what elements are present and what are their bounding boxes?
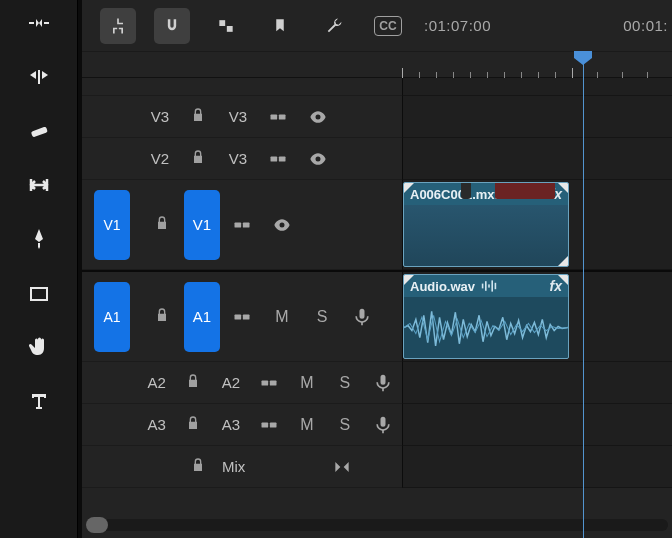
master-meter-icon[interactable] [322, 457, 362, 477]
audio-waveform [404, 297, 568, 358]
lock-icon[interactable] [178, 457, 218, 477]
rectangle-tool-icon[interactable] [24, 278, 54, 308]
voiceover-mic-icon[interactable] [364, 373, 402, 393]
svg-rect-12 [482, 284, 484, 289]
solo-toggle[interactable]: S [326, 416, 364, 434]
svg-rect-15 [491, 280, 493, 291]
timeline-toolbar: CC :01:07:00 00:01: [82, 0, 672, 52]
track-label[interactable]: A3 [140, 404, 174, 445]
clip-in-handle[interactable] [404, 275, 414, 285]
track-target[interactable]: A3 [213, 416, 249, 433]
timeline-footer [82, 512, 672, 538]
track-target[interactable]: V3 [220, 150, 256, 167]
source-patch-v1[interactable]: V1 [94, 190, 130, 260]
svg-rect-13 [485, 281, 487, 291]
lock-icon[interactable] [174, 373, 212, 393]
track-select-tool-icon[interactable] [24, 170, 54, 200]
lock-icon[interactable] [174, 415, 212, 435]
sequence-nest-toggle-icon[interactable] [100, 8, 136, 44]
marker-icon[interactable] [262, 8, 298, 44]
svg-rect-18 [270, 380, 277, 385]
timecode-right: 00:01: [623, 17, 672, 34]
linked-selection-toggle-icon[interactable] [208, 8, 244, 44]
svg-rect-0 [30, 126, 47, 137]
sync-lock-icon[interactable] [222, 307, 262, 327]
svg-rect-2 [219, 20, 225, 26]
eye-icon[interactable] [262, 215, 302, 235]
svg-rect-6 [271, 156, 278, 161]
clip-out-handle[interactable] [558, 256, 568, 266]
lock-icon[interactable] [178, 107, 218, 127]
horizontal-scrollbar[interactable] [86, 519, 668, 531]
audio-track-a3: A3 A3 M S [82, 404, 672, 446]
clip-out-handle[interactable] [558, 183, 568, 193]
track-label[interactable]: V3 [142, 96, 178, 137]
video-track-v1: V1 V1 A006C001.mxf fx [82, 180, 672, 270]
insert-tool-icon[interactable] [24, 62, 54, 92]
eye-icon[interactable] [298, 107, 338, 127]
type-tool-icon[interactable] [24, 386, 54, 416]
svg-rect-20 [270, 422, 277, 427]
lock-icon[interactable] [142, 215, 182, 235]
clip-name: A006C001.mxf [410, 187, 499, 202]
pen-tool-icon[interactable] [24, 224, 54, 254]
audio-track-a1: A1 A1 M S Audio.wav [82, 270, 672, 362]
mute-toggle[interactable]: M [262, 308, 302, 326]
solo-toggle[interactable]: S [326, 374, 364, 392]
waveform-icon [481, 279, 497, 293]
svg-rect-9 [243, 222, 250, 227]
lock-icon[interactable] [178, 149, 218, 169]
track-label[interactable]: V2 [142, 138, 178, 179]
tool-panel [0, 0, 78, 538]
audio-clip[interactable]: Audio.wav fx [403, 274, 569, 359]
sync-lock-icon[interactable] [222, 215, 262, 235]
svg-rect-14 [488, 284, 490, 287]
svg-rect-1 [31, 288, 47, 300]
track-spacer [82, 78, 672, 96]
sync-lock-icon[interactable] [250, 373, 288, 393]
track-target[interactable]: A1 [184, 282, 220, 352]
voiceover-mic-icon[interactable] [364, 415, 402, 435]
ripple-edit-tool-icon[interactable] [24, 8, 54, 38]
video-track-v3: V3 V3 [82, 96, 672, 138]
sync-lock-icon[interactable] [258, 107, 298, 127]
settings-wrench-icon[interactable] [316, 8, 352, 44]
eye-icon[interactable] [298, 149, 338, 169]
track-label[interactable]: A2 [140, 362, 174, 403]
app-root: CC :01:07:00 00:01: [0, 0, 672, 538]
svg-rect-19 [261, 422, 268, 427]
track-target[interactable]: V3 [220, 108, 256, 125]
sync-lock-icon[interactable] [250, 415, 288, 435]
sync-lock-icon[interactable] [258, 149, 298, 169]
scrollbar-thumb[interactable] [86, 517, 108, 533]
timeline-panel: CC :01:07:00 00:01: [82, 0, 672, 538]
track-area: V3 V3 V2 V3 [82, 78, 672, 512]
solo-toggle[interactable]: S [302, 308, 342, 326]
svg-rect-5 [279, 114, 286, 119]
mix-label[interactable]: Mix [220, 458, 256, 475]
time-ruler[interactable] [82, 52, 672, 78]
timecode-display[interactable]: :01:07:00 [424, 17, 491, 34]
captions-toggle[interactable]: CC [370, 8, 406, 44]
svg-rect-11 [243, 314, 250, 319]
video-clip[interactable]: A006C001.mxf fx [403, 182, 569, 267]
svg-rect-3 [227, 26, 233, 32]
razor-tool-icon[interactable] [24, 116, 54, 146]
voiceover-mic-icon[interactable] [342, 307, 382, 327]
clip-in-handle[interactable] [404, 183, 414, 193]
hand-tool-icon[interactable] [24, 332, 54, 362]
clip-out-handle[interactable] [558, 275, 568, 285]
source-patch-a1[interactable]: A1 [94, 282, 130, 352]
audio-track-a2: A2 A2 M S [82, 362, 672, 404]
ruler-ticks [402, 52, 672, 77]
svg-rect-16 [495, 283, 497, 289]
mix-track: Mix [82, 446, 672, 488]
video-track-v2: V2 V3 [82, 138, 672, 180]
mute-toggle[interactable]: M [288, 374, 326, 392]
svg-rect-8 [235, 222, 242, 227]
track-target[interactable]: V1 [184, 190, 220, 260]
mute-toggle[interactable]: M [288, 416, 326, 434]
snap-toggle-icon[interactable] [154, 8, 190, 44]
lock-icon[interactable] [142, 307, 182, 327]
track-target[interactable]: A2 [213, 374, 249, 391]
